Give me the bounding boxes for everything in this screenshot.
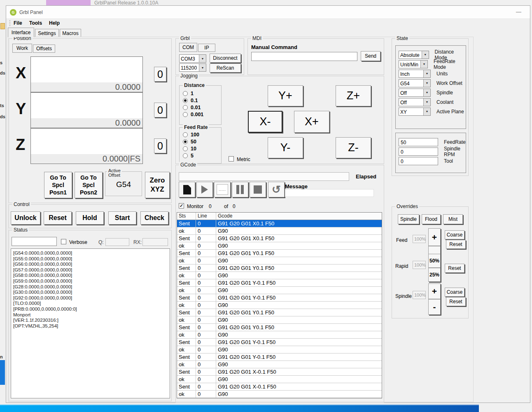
tab-ip[interactable]: IP xyxy=(198,44,215,52)
status-input[interactable] xyxy=(12,237,57,246)
metric-checkbox[interactable] xyxy=(229,156,234,162)
table-row[interactable]: ok0G90 xyxy=(177,316,382,324)
chevron-down-icon[interactable]: ▼ xyxy=(423,70,430,77)
menu-grip[interactable] xyxy=(9,20,11,26)
feed-plus-button[interactable]: + xyxy=(428,228,441,246)
dropdown-distance-mode[interactable]: Absolute▼ xyxy=(399,51,429,59)
table-row[interactable]: ok0G90 xyxy=(177,361,382,368)
disconnect-button[interactable]: Disconnect xyxy=(210,54,241,63)
jog-y-minus-button[interactable]: Y- xyxy=(268,137,303,158)
radio-option-0.1[interactable]: 0.1 xyxy=(183,97,220,104)
chevron-down-icon[interactable]: ▼ xyxy=(420,61,427,68)
zero-xyz-button[interactable]: Zero XYZ xyxy=(145,172,170,198)
table-row[interactable]: ok0G90 xyxy=(177,257,382,265)
check-button[interactable]: Check xyxy=(140,211,168,225)
table-row[interactable]: ok0G90 xyxy=(177,302,382,309)
column-header[interactable]: Sts xyxy=(177,213,196,220)
rx-field[interactable] xyxy=(142,238,168,246)
column-header[interactable]: Line xyxy=(196,213,216,220)
override-flood-button[interactable]: Flood xyxy=(422,214,441,224)
hold-button[interactable]: Hold xyxy=(76,211,104,225)
radio-icon[interactable] xyxy=(183,139,188,144)
tab-offsets[interactable]: Offsets xyxy=(33,44,55,53)
menu-help[interactable]: Help xyxy=(49,20,60,26)
open-file-button[interactable] xyxy=(179,182,195,197)
rapid-reset-button[interactable]: Reset xyxy=(445,264,464,273)
axis-x-zero-button[interactable]: 0 xyxy=(154,67,166,82)
table-row[interactable]: Sent0G91 G20 G01 X-0.1 F50 xyxy=(177,383,382,391)
spindle-coarse-button[interactable]: Coarse xyxy=(445,288,464,297)
radio-option-100[interactable]: 100 xyxy=(183,131,220,138)
field-tool[interactable]: 0 xyxy=(399,157,438,165)
pause-button[interactable] xyxy=(232,182,248,197)
field-spindle-rpm[interactable]: 0 xyxy=(399,147,438,156)
radio-icon[interactable] xyxy=(183,132,188,137)
table-row[interactable]: Sent0G91 G20 G01 Y0.1 F50 xyxy=(177,309,382,316)
goto-spcl-posn2-button[interactable]: Go To Spcl Posn2 xyxy=(75,172,103,198)
rapid-25-button[interactable]: 25% xyxy=(428,268,441,282)
step-button[interactable]: ..... xyxy=(214,182,231,197)
chevron-down-icon[interactable]: ▼ xyxy=(199,55,206,62)
status-log[interactable]: [G54:0.0000,0.0000,0.0000][G55:0.0000,0.… xyxy=(11,248,170,398)
table-row[interactable]: Sent0G91 G20 G01 X0.1 F50 xyxy=(177,220,382,227)
monitor-checkbox[interactable]: ✓ xyxy=(179,203,184,208)
table-row[interactable]: Sent0G91 G20 G01 Y0.1 F50 xyxy=(177,324,382,331)
dropdown-feedrate-mode[interactable]: Unit/Min▼ xyxy=(399,60,428,68)
table-row[interactable]: ok0G90 xyxy=(177,227,382,235)
table-row[interactable]: ok0G90 xyxy=(177,376,382,383)
axis-y-zero-button[interactable]: 0 xyxy=(154,103,166,117)
minimize-button[interactable]: — xyxy=(516,9,521,15)
dropdown-active-plane[interactable]: XY▼ xyxy=(399,108,431,116)
spindle-minus-button[interactable]: - xyxy=(428,299,441,315)
radio-icon[interactable] xyxy=(183,91,188,96)
table-row[interactable]: Sent0G91 G20 G01 X-0.1 F50 xyxy=(177,368,382,376)
chevron-down-icon[interactable]: ▼ xyxy=(199,64,206,71)
jog-z-minus-button[interactable]: Z- xyxy=(336,137,371,158)
table-row[interactable]: ok0G90 xyxy=(177,391,382,398)
menu-tools[interactable]: Tools xyxy=(29,20,42,26)
radio-option-1[interactable]: 1 xyxy=(183,90,220,97)
start-button[interactable]: Start xyxy=(108,211,136,225)
menu-file[interactable]: File xyxy=(14,20,22,26)
radio-option-0.01[interactable]: 0.01 xyxy=(183,104,220,111)
goto-spcl-posn1-button[interactable]: Go To Spcl Posn1 xyxy=(44,172,72,198)
table-row[interactable]: Sent0G91 G20 G01 Y0.1 F50 xyxy=(177,265,382,272)
tab-interface[interactable]: Interface xyxy=(8,28,34,37)
rewind-button[interactable]: ↺ xyxy=(268,182,285,197)
tab-work[interactable]: Work xyxy=(12,44,32,53)
table-row[interactable]: ok0G90 xyxy=(177,287,382,294)
play-button[interactable] xyxy=(196,182,213,197)
table-row[interactable]: Sent0G91 G20 G01 Y-0.1 F50 xyxy=(177,353,382,361)
jog-z-plus-button[interactable]: Z+ xyxy=(336,85,371,106)
chevron-down-icon[interactable]: ▼ xyxy=(423,89,430,96)
feed-coarse-button[interactable]: Coarse xyxy=(445,230,464,239)
dropdown-work-offset[interactable]: G54▼ xyxy=(399,79,431,87)
tab-com[interactable]: COM xyxy=(179,43,197,52)
feed-reset-button[interactable]: Reset xyxy=(446,240,466,249)
table-row[interactable]: Sent0G91 G20 G01 Y-0.1 F50 xyxy=(177,294,382,302)
gcode-table[interactable]: StsLineGcode Sent0G91 G20 G01 X0.1 F50ok… xyxy=(177,212,382,398)
rapid-50-button[interactable]: 50% xyxy=(428,254,441,268)
com-port-dropdown[interactable]: COM3 ▼ xyxy=(179,54,206,63)
radio-option-10[interactable]: 10 xyxy=(183,145,220,152)
radio-icon[interactable] xyxy=(183,112,188,117)
tab-macros[interactable]: Macros xyxy=(60,29,81,37)
spindle-reset-button[interactable]: Reset xyxy=(446,297,466,306)
send-button[interactable]: Send xyxy=(361,51,380,61)
radio-option-5[interactable]: 5 xyxy=(183,152,220,159)
table-row[interactable]: Sent0G91 G20 G01 X0.1 F50 xyxy=(177,235,382,242)
manual-command-input[interactable] xyxy=(251,52,357,61)
table-row[interactable]: Sent0G91 G20 G01 Y0.1 F50 xyxy=(177,250,382,257)
dropdown-spindle[interactable]: Off▼ xyxy=(399,89,431,97)
table-row[interactable]: ok0G90 xyxy=(177,346,382,353)
jog-x-plus-button[interactable]: X+ xyxy=(294,111,329,133)
spindle-plus-button[interactable]: + xyxy=(428,283,441,299)
q-field[interactable] xyxy=(105,238,129,246)
table-row[interactable]: Sent0G91 G20 G01 Y-0.1 F50 xyxy=(177,279,382,287)
gcode-file-field[interactable] xyxy=(179,172,349,181)
column-header[interactable]: Gcode xyxy=(216,213,382,220)
table-row[interactable]: ok0G90 xyxy=(177,272,382,279)
chevron-down-icon[interactable]: ▼ xyxy=(423,98,430,106)
rescan-button[interactable]: ReScan xyxy=(210,63,241,73)
field-feedrate[interactable]: 50 xyxy=(399,138,438,146)
